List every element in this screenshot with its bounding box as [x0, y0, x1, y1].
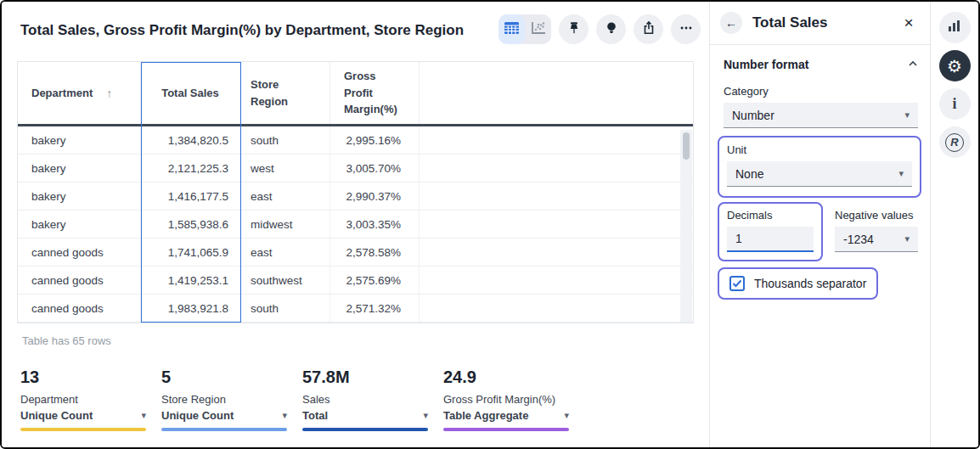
info-panel-button[interactable]: i [939, 88, 971, 120]
cell-gross-profit-margin[interactable]: 2,990.37% [330, 182, 420, 210]
category-select[interactable]: Number ▾ [724, 103, 918, 128]
info-icon: i [952, 95, 956, 113]
column-header-gross-profit-margin[interactable]: Gross Profit Margin(%) [330, 62, 420, 124]
cell-department[interactable]: canned goods [18, 267, 141, 294]
cell-empty [420, 267, 693, 294]
stat-aggregate-dropdown[interactable]: Table Aggregate ▾ [443, 409, 569, 422]
more-button[interactable] [671, 14, 701, 44]
stat-aggregate-dropdown[interactable]: Unique Count ▾ [20, 409, 146, 422]
cell-gross-profit-margin[interactable]: 3,003.35% [330, 210, 420, 238]
table-row[interactable]: canned goods 1,419,253.1 southwest 2,575… [18, 267, 693, 295]
cell-department[interactable]: canned goods [18, 239, 141, 266]
table-row[interactable]: canned goods 1,741,065.9 east 2,578.58% [18, 239, 693, 267]
table-scrollbar-thumb[interactable] [683, 132, 690, 160]
data-table: Department ↑ Total Sales Store Region Gr… [17, 61, 694, 323]
cell-empty [420, 126, 693, 154]
bar-chart-icon [948, 20, 961, 36]
share-icon [641, 20, 656, 39]
back-button[interactable]: ← [720, 12, 742, 34]
pin-icon [566, 20, 582, 39]
cell-total-sales[interactable]: 1,384,820.5 [141, 126, 240, 154]
stat-aggregate-dropdown[interactable]: Total ▾ [302, 409, 428, 422]
stat-field: Gross Profit Margin(%) [443, 393, 569, 406]
cell-store-region[interactable]: east [240, 239, 330, 266]
more-icon [679, 20, 694, 39]
number-format-section-toggle[interactable]: Number format [724, 57, 918, 72]
cell-department[interactable]: bakery [18, 210, 141, 238]
column-header-department[interactable]: Department ↑ [18, 62, 141, 124]
panel-title: Total Sales [752, 14, 898, 31]
column-header-store-region[interactable]: Store Region [240, 62, 330, 124]
table-row[interactable]: bakery 1,384,820.5 south 2,995.16% [18, 126, 693, 154]
chevron-down-icon: ▾ [423, 410, 428, 421]
stat-accent-bar [302, 428, 428, 431]
cell-department[interactable]: bakery [18, 154, 141, 182]
cell-store-region[interactable]: west [240, 154, 330, 182]
table-view-button[interactable] [498, 14, 525, 44]
view-toggle [498, 14, 551, 44]
r-logo-icon: R [945, 133, 964, 152]
format-panel: ← Total Sales × Number format Category N… [709, 2, 930, 447]
cell-gross-profit-margin[interactable]: 2,575.69% [330, 267, 420, 294]
cell-store-region[interactable]: east [240, 182, 330, 210]
decimals-input[interactable] [727, 227, 814, 252]
cell-gross-profit-margin[interactable]: 2,571.32% [330, 295, 420, 322]
stat-aggregate-label: Unique Count [20, 409, 93, 422]
pin-button[interactable] [559, 14, 589, 44]
cell-empty [420, 239, 693, 266]
cell-store-region[interactable]: south [240, 126, 330, 154]
table-row[interactable]: bakery 1,585,938.6 midwest 3,003.35% [18, 210, 693, 239]
close-icon: × [904, 14, 913, 32]
cell-department[interactable]: bakery [18, 182, 141, 210]
cell-department[interactable]: bakery [18, 126, 141, 154]
cell-total-sales[interactable]: 1,419,253.1 [141, 267, 240, 294]
stat-aggregate-label: Total [302, 409, 328, 422]
thousands-separator-highlighted[interactable]: Thousands separator [718, 267, 878, 300]
cell-gross-profit-margin[interactable]: 2,578.58% [330, 239, 420, 266]
unit-select[interactable]: None ▾ [727, 161, 912, 187]
stat-field: Sales [302, 393, 428, 406]
chevron-down-icon: ▾ [141, 410, 146, 421]
panel-header: ← Total Sales × [710, 2, 930, 45]
thousands-separator-checkbox[interactable] [729, 276, 745, 291]
negative-values-select[interactable]: -1234 ▾ [835, 227, 918, 252]
table-scrollbar[interactable] [680, 130, 692, 322]
stat-value: 5 [161, 368, 287, 387]
cell-total-sales[interactable]: 1,983,921.8 [141, 295, 240, 322]
toolbar [498, 14, 701, 44]
cell-total-sales[interactable]: 1,416,177.5 [141, 182, 240, 210]
stat-aggregate-dropdown[interactable]: Unique Count ▾ [161, 409, 287, 422]
chart-view-button[interactable] [525, 14, 551, 44]
chart-panel-button[interactable] [939, 12, 971, 43]
column-label: Store Region [251, 76, 293, 109]
app-window: Total Sales, Gross Profit Margin(%) by D… [0, 0, 980, 449]
sort-ascending-icon[interactable]: ↑ [106, 87, 112, 100]
cell-store-region[interactable]: south [240, 295, 330, 322]
chevron-up-icon [908, 57, 918, 72]
r-integration-button[interactable]: R [939, 126, 971, 158]
insights-button[interactable] [596, 14, 626, 44]
table-row[interactable]: bakery 1,416,177.5 east 2,990.37% [18, 182, 693, 210]
settings-panel-button[interactable]: ⚙ [939, 50, 971, 81]
column-header-total-sales[interactable]: Total Sales [141, 62, 240, 124]
cell-store-region[interactable]: midwest [240, 210, 330, 238]
chart-view-icon [531, 21, 546, 38]
cell-total-sales[interactable]: 2,121,225.3 [141, 154, 240, 182]
cell-store-region[interactable]: southwest [240, 267, 330, 294]
category-value: Number [732, 109, 774, 122]
summary-stats: 13 Department Unique Count ▾ 5 Store Reg… [20, 368, 569, 431]
table-view-icon [504, 21, 520, 38]
stat-accent-bar [20, 428, 146, 431]
stat-accent-bar [443, 428, 569, 431]
close-panel-button[interactable]: × [898, 12, 920, 34]
cell-department[interactable]: canned goods [18, 295, 141, 322]
cell-gross-profit-margin[interactable]: 2,995.16% [330, 126, 420, 154]
cell-gross-profit-margin[interactable]: 3,005.70% [330, 154, 420, 182]
cell-total-sales[interactable]: 1,585,938.6 [141, 210, 240, 238]
share-button[interactable] [634, 14, 663, 44]
cell-total-sales[interactable]: 1,741,065.9 [141, 239, 240, 266]
table-row[interactable]: bakery 2,121,225.3 west 3,005.70% [18, 154, 693, 182]
chevron-down-icon: ▾ [564, 410, 569, 421]
chevron-down-icon: ▾ [904, 233, 910, 244]
table-row[interactable]: canned goods 1,983,921.8 south 2,571.32% [18, 295, 693, 323]
